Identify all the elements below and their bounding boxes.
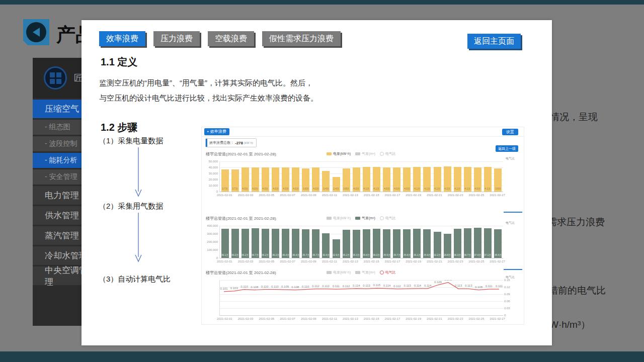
bar[interactable]: 36.2万 bbox=[242, 229, 249, 258]
bar[interactable]: 35.7万 bbox=[312, 229, 319, 258]
bar[interactable]: 2.4万 bbox=[333, 177, 340, 192]
settings-button[interactable]: 设置 bbox=[502, 129, 518, 135]
bar[interactable]: 36.2万 bbox=[272, 229, 279, 258]
back-icon[interactable] bbox=[23, 19, 49, 45]
y-tick: 30,000 bbox=[209, 172, 218, 175]
svg-text:0.114: 0.114 bbox=[414, 284, 422, 287]
chart-title: 楼宇总管道(2021-02-01 至 2021-02-28) bbox=[206, 270, 276, 276]
waste-tab-button[interactable]: ▪ 效率浪费 bbox=[204, 128, 229, 135]
tab-3[interactable]: 空载浪费 bbox=[208, 31, 254, 46]
bar[interactable]: 4.1万 bbox=[363, 167, 370, 192]
bar[interactable]: 36.7万 bbox=[252, 228, 259, 258]
bar-label: 30.4万 bbox=[323, 253, 330, 257]
bar[interactable]: 35.5万 bbox=[494, 229, 502, 258]
bar[interactable]: 35.6万 bbox=[403, 229, 411, 258]
content-panel: 效率浪费压力浪费空载浪费假性需求压力浪费 返回主页面 1.1 定义 监测空压机的… bbox=[82, 20, 552, 345]
bar[interactable]: 4.2万 bbox=[444, 166, 451, 192]
tab-2[interactable]: 压力浪费 bbox=[153, 31, 200, 46]
bar[interactable]: 4.1万 bbox=[454, 167, 461, 192]
x-tick: 2021-02-25 bbox=[469, 260, 485, 263]
bar[interactable]: 4.0万 bbox=[383, 167, 390, 192]
bar[interactable]: 4.0万 bbox=[403, 167, 411, 192]
bar[interactable]: 4.0万 bbox=[272, 167, 279, 192]
bar[interactable]: 36.4万 bbox=[292, 229, 299, 258]
bar[interactable]: 4.0万 bbox=[282, 167, 289, 192]
legend-item[interactable]: 电量(kW·h) bbox=[327, 270, 351, 275]
bar-label: 35.2万 bbox=[343, 253, 350, 257]
bar[interactable]: 32.2万 bbox=[434, 232, 441, 258]
bar[interactable]: 3.7万 bbox=[221, 169, 229, 192]
bar-label: 35.7万 bbox=[312, 253, 319, 257]
legend-item[interactable]: 气量(m³) bbox=[355, 216, 375, 221]
bar[interactable]: 4.0万 bbox=[252, 167, 259, 192]
legend-item[interactable]: 电气比 bbox=[380, 270, 396, 275]
bar[interactable]: 35.2万 bbox=[343, 230, 350, 258]
bar[interactable]: 3.8万 bbox=[302, 168, 309, 192]
bar-label: 36.0万 bbox=[231, 253, 238, 257]
bar[interactable]: 29.8万 bbox=[444, 234, 451, 258]
bar[interactable]: 4.1万 bbox=[413, 167, 421, 192]
bar[interactable]: 4.0万 bbox=[393, 167, 400, 192]
chart-title: 楼宇总管道(2021-02-01 至 2021-02-28) bbox=[206, 216, 276, 221]
bar[interactable]: 35.3万 bbox=[353, 230, 360, 258]
bar[interactable]: 36.3万 bbox=[454, 229, 461, 258]
bar[interactable]: 4.0万 bbox=[312, 167, 319, 192]
bar[interactable]: 3.8万 bbox=[494, 168, 502, 192]
bar[interactable]: 3.8万 bbox=[343, 168, 350, 192]
bar[interactable]: 4.1万 bbox=[434, 167, 441, 192]
x-tick: 2021-02-03 bbox=[238, 260, 254, 263]
bar[interactable]: 35.9万 bbox=[423, 229, 431, 258]
bar[interactable]: 4.1万 bbox=[484, 167, 492, 192]
bar[interactable]: 35.8万 bbox=[363, 229, 370, 258]
bar[interactable]: 36.0万 bbox=[373, 229, 380, 258]
y-tick: 300,000 bbox=[207, 232, 218, 235]
bar[interactable]: 4.1万 bbox=[373, 167, 380, 192]
bar[interactable]: 36.0万 bbox=[231, 229, 239, 258]
bar[interactable]: 35.7万 bbox=[302, 229, 309, 258]
bar[interactable]: 22.9万 bbox=[333, 239, 340, 258]
down-arrow-icon bbox=[134, 213, 142, 263]
stat-value: -278 bbox=[235, 141, 243, 145]
swatch-icon bbox=[355, 217, 360, 220]
legend-item[interactable]: 电量(kW·h) bbox=[327, 151, 351, 156]
definition-line-1: 监测空压机的“用电量”、“用气量”，计算其实际的电气比。然后， bbox=[99, 75, 318, 90]
x-tick: 2021-02-17 bbox=[385, 317, 400, 320]
return-home-button[interactable]: 返回主页面 bbox=[467, 34, 521, 49]
bar[interactable]: 3.4万 bbox=[322, 171, 330, 192]
bar[interactable]: 4.0万 bbox=[292, 167, 299, 192]
bar[interactable]: 35.5万 bbox=[383, 229, 390, 258]
bar[interactable]: 37.1万 bbox=[484, 228, 492, 258]
legend-item[interactable]: 电气比 bbox=[380, 216, 396, 221]
bar[interactable]: 4.0万 bbox=[353, 167, 360, 192]
x-tick: 2021-02-27 bbox=[490, 317, 505, 320]
x-tick: 2021-02-25 bbox=[469, 317, 485, 320]
bar[interactable]: 36.4万 bbox=[282, 229, 289, 258]
bar[interactable]: 4.0万 bbox=[262, 167, 269, 192]
bar[interactable]: 4.0万 bbox=[474, 167, 481, 192]
bar[interactable]: 4.1万 bbox=[464, 167, 471, 192]
x-tick: 2021-02-27 bbox=[490, 260, 505, 263]
x-tick: 2021-02-21 bbox=[427, 194, 442, 197]
bar[interactable]: 36.2万 bbox=[262, 229, 269, 258]
bar[interactable]: 36.1万 bbox=[221, 229, 229, 258]
bar[interactable]: 4.0万 bbox=[242, 167, 249, 192]
bar-label: 3.8万 bbox=[303, 187, 308, 191]
stat-unit: (kW·h) bbox=[244, 141, 253, 144]
bar[interactable]: 37.4万 bbox=[474, 228, 481, 258]
bar[interactable]: 36.1万 bbox=[413, 229, 421, 258]
bar[interactable]: 35.7万 bbox=[393, 229, 400, 258]
legend-item[interactable]: 气量(m³) bbox=[355, 151, 375, 156]
legend-item[interactable]: 气量(m³) bbox=[355, 270, 375, 275]
legend-item[interactable]: 电气比 bbox=[380, 151, 396, 156]
y-tick: 0.03 bbox=[504, 307, 510, 310]
x-tick: 2021-02-23 bbox=[448, 194, 463, 197]
bar[interactable]: 3.7万 bbox=[231, 169, 239, 192]
bar[interactable]: 30.4万 bbox=[322, 233, 330, 258]
bar[interactable]: 36.7万 bbox=[464, 228, 471, 258]
bar[interactable]: 4.1万 bbox=[423, 167, 431, 192]
tab-1[interactable]: 效率浪费 bbox=[99, 31, 145, 46]
x-tick: 2021-02-21 bbox=[427, 317, 442, 320]
x-tick: 2021-02-21 bbox=[427, 260, 442, 263]
tab-4[interactable]: 假性需求压力浪费 bbox=[262, 31, 341, 46]
legend-item[interactable]: 电量(kW·h) bbox=[327, 216, 351, 221]
